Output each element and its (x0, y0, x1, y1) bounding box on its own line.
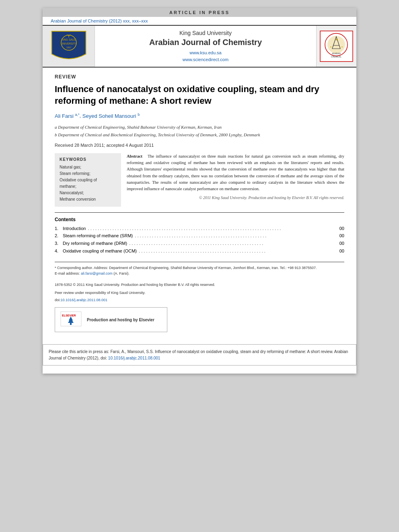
svg-text:CHEMICAL: CHEMICAL (331, 55, 341, 58)
doi-label: doi: (55, 298, 61, 302)
toc-dots-2: . . . . . . . . . . . . . . . . . . . . … (133, 232, 338, 240)
svg-text:KING SAUD: KING SAUD (61, 38, 76, 41)
toc-dots-4: . . . . . . . . . . . . . . . . . . . . … (137, 247, 338, 255)
abstract-body: The influence of nanocatalyst on three m… (127, 154, 344, 191)
toc-num-4: 4. (55, 247, 63, 255)
aip-banner-text: ARTICLE IN PRESS (169, 10, 230, 15)
abstract-text-area: Abstract The influence of nanocatalyst o… (127, 153, 344, 207)
journal-title: Arabian Journal of Chemistry (149, 38, 262, 47)
peer-review-line: Peer review under responsibility of King… (55, 290, 344, 296)
keyword-2: Steam reforming; (60, 170, 116, 177)
toc-page-3: 00 (338, 240, 344, 247)
header-url2[interactable]: www.sciencedirect.com (183, 57, 228, 62)
toc-page-4: 00 (338, 247, 344, 255)
svg-text:UNIVERSITY: UNIVERSITY (61, 42, 77, 45)
keyword-1: Natural gas; (60, 164, 116, 170)
elsevier-box: ELSEVIER Production and hosting by Elsev… (55, 307, 167, 332)
article-title: Influence of nanocatalyst on oxidative c… (55, 84, 344, 107)
toc-item-2: 2. Steam reforming of methane (SRM) . . … (55, 232, 344, 240)
toc-label-2: Steam reforming of methane (SRM) (63, 232, 133, 240)
author-mansouri: Seyed Soheil Mansouri b (82, 113, 140, 119)
elsevier-text: Production and hosting by Elsevier (87, 318, 154, 322)
toc-num-1: 1. (55, 225, 63, 232)
toc-page-2: 00 (338, 232, 344, 240)
elsevier-logo: ELSEVIER (60, 311, 82, 329)
toc-item-4: 4. Oxidative coupling of methane (OCM) .… (55, 247, 344, 255)
keyword-5: Methane conversion (60, 196, 116, 203)
keyword-4: Nanocatalyst; (60, 190, 116, 196)
footer-note: * Corresponding author. Address: Departm… (55, 262, 344, 277)
corresponding-author-note: * Corresponding author. Address: Departm… (55, 265, 344, 277)
toc-dots-1: . . . . . . . . . . . . . . . . . . . . … (86, 225, 338, 232)
contents-section: Contents 1. Introduction . . . . . . . .… (55, 217, 344, 255)
toc-label-3: Dry reforming of methane (DRM) (63, 240, 127, 247)
svg-text:ARABIAN: ARABIAN (332, 52, 341, 55)
divider (55, 212, 344, 213)
svg-text:★: ★ (335, 38, 338, 41)
svg-text:ELSEVIER: ELSEVIER (62, 314, 76, 317)
toc-label-4: Oxidative coupling of methane (OCM) (63, 247, 137, 255)
citation-doi-link[interactable]: 10.1016/j.arabjc.2011.08.001 (108, 356, 160, 360)
journal-ref-text: Arabian Journal of Chemistry (2012) xxx,… (51, 18, 148, 23)
affiliations: a Department of Chemical Engineering, Sh… (55, 124, 344, 139)
peer-review-text: Peer review under responsibility of King… (55, 291, 145, 295)
citation-box: Please cite this article in press as: Fa… (43, 344, 356, 366)
main-content: REVIEW Influence of nanocatalyst on oxid… (43, 68, 356, 344)
toc-num-2: 2. (55, 232, 63, 240)
aip-banner: ARTICLE IN PRESS (43, 8, 356, 17)
doi-link[interactable]: 10.1016/j.arabjc.2011.08.001 (61, 298, 108, 302)
received-date: Received 28 March 2011; accepted 4 Augus… (55, 143, 344, 148)
journal-reference: Arabian Journal of Chemistry (2012) xxx,… (43, 17, 356, 25)
header-center: King Saud University Arabian Journal of … (95, 26, 316, 67)
abstract-text: Abstract The influence of nanocatalyst o… (127, 153, 344, 193)
authors: Ali Farsi a,*, Seyed Soheil Mansouri b (55, 112, 344, 119)
svg-text:✦: ✦ (341, 46, 343, 48)
abstract-area: KEYWORDS Natural gas; Steam reforming; O… (55, 153, 344, 207)
author-farsi: Ali Farsi a,* (55, 113, 80, 119)
toc-dots-3: . . . . . . . . . . . . . . . . . . . . … (127, 240, 338, 247)
abstract-copyright: © 2011 King Saud University. Production … (127, 195, 344, 200)
email-link[interactable]: ali.farsi@gmail.com (81, 271, 113, 275)
keyword-3: Oxidative coupling ofmethane; (60, 177, 116, 190)
toc-num-3: 3. (55, 240, 63, 247)
ksu-logo: KING SAUD UNIVERSITY 1957 (43, 26, 95, 67)
chemical-logo: ARABIAN CHEMICAL ★ ✦ ✦ (316, 26, 356, 67)
keywords-title: KEYWORDS (60, 157, 116, 162)
university-name: King Saud University (179, 30, 232, 36)
issn-line: 1878-5352 © 2011 King Saud University. P… (55, 282, 344, 288)
journal-header: KING SAUD UNIVERSITY 1957 King Saud Univ… (43, 25, 356, 68)
email-suffix: (A. Farsi). (113, 271, 130, 275)
toc-label-1: Introduction (63, 225, 86, 232)
article-type: REVIEW (55, 74, 344, 80)
toc-page-1: 00 (338, 225, 344, 232)
header-urls: www.ksu.edu.sa www.sciencedirect.com (183, 49, 228, 63)
citation-text: Please cite this article in press as: Fa… (49, 349, 348, 360)
toc-item-1: 1. Introduction . . . . . . . . . . . . … (55, 225, 344, 232)
document-page: ARTICLE IN PRESS Arabian Journal of Chem… (43, 8, 356, 374)
abstract-label: Abstract (127, 154, 142, 158)
corresponding-author-text: * Corresponding author. Address: Departm… (55, 266, 317, 270)
contents-title: Contents (55, 217, 344, 222)
header-url1[interactable]: www.ksu.edu.sa (189, 50, 221, 55)
affiliation-b: b Department of Chemical and Biochemical… (55, 131, 344, 139)
doi-line: doi:10.1016/j.arabjc.2011.08.001 (55, 298, 344, 303)
keywords-list: Natural gas; Steam reforming; Oxidative … (60, 164, 116, 203)
affiliation-a: a Department of Chemical Engineering, Sh… (55, 124, 344, 131)
svg-rect-22 (70, 323, 72, 325)
keywords-box: KEYWORDS Natural gas; Steam reforming; O… (55, 153, 121, 207)
toc-item-3: 3. Dry reforming of methane (DRM) . . . … (55, 240, 344, 247)
svg-text:✦: ✦ (330, 46, 332, 48)
svg-text:1957: 1957 (66, 46, 71, 49)
issn-text: 1878-5352 © 2011 King Saud University. P… (55, 283, 215, 287)
email-label: E-mail address: (55, 271, 81, 275)
